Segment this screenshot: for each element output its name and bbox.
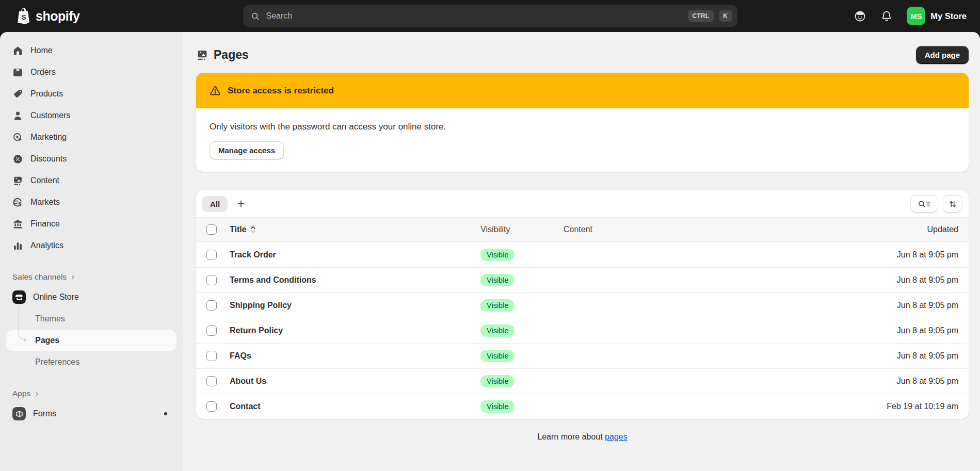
sidebar-item-label: Forms	[33, 409, 56, 418]
table-row[interactable]: Terms and Conditions Visible Jun 8 at 9:…	[196, 267, 969, 293]
bar-chart-icon	[12, 240, 23, 251]
orders-icon	[12, 67, 23, 78]
add-view-button[interactable]	[233, 196, 249, 212]
page-row-title[interactable]: Track Order	[230, 250, 480, 259]
page-row-updated: Jun 8 at 9:05 pm	[850, 326, 958, 335]
sales-channels-label: Sales channels	[12, 272, 67, 282]
sidebar: Home Orders Products Customers Marketing…	[0, 32, 183, 471]
column-header-visibility: Visibility	[480, 225, 564, 234]
sidebar-item-label: Discounts	[30, 154, 67, 164]
apps-label: Apps	[12, 389, 30, 398]
table-row[interactable]: About Us Visible Jun 8 at 9:05 pm	[196, 368, 969, 394]
visibility-badge: Visible	[480, 400, 515, 413]
sidebar-item-content[interactable]: Content	[6, 170, 176, 191]
store-avatar: MS	[907, 7, 925, 25]
sales-channels-header[interactable]: Sales channels	[6, 267, 176, 287]
sidebar-item-finance[interactable]: Finance	[6, 214, 176, 234]
globe-dollar-icon: $	[12, 197, 23, 208]
sidebar-item-themes[interactable]: Themes	[6, 308, 176, 329]
chevron-right-icon	[70, 274, 76, 281]
footer-pages-link[interactable]: pages	[605, 432, 628, 441]
row-checkbox[interactable]	[206, 351, 217, 361]
notifications-bell-button[interactable]	[880, 9, 893, 23]
page-row-title[interactable]: Return Policy	[230, 326, 480, 335]
bank-icon	[12, 219, 23, 230]
sidebar-item-forms[interactable]: Forms	[6, 403, 176, 424]
shopify-logo[interactable]: S shopify	[15, 7, 79, 25]
svg-text:$: $	[18, 201, 21, 207]
sidebar-item-label: Content	[30, 176, 59, 185]
sidebar-item-products[interactable]: Products	[6, 84, 176, 104]
page-row-title[interactable]: FAQs	[230, 351, 480, 361]
pages-icon	[196, 49, 208, 61]
chevron-right-icon	[34, 391, 40, 397]
sidebar-item-label: Finance	[30, 219, 60, 229]
sidebar-item-label: Home	[30, 46, 53, 55]
visibility-badge: Visible	[480, 324, 515, 337]
page-row-title[interactable]: Terms and Conditions	[230, 275, 480, 285]
manage-access-button[interactable]: Manage access	[210, 141, 284, 159]
table-row[interactable]: Return Policy Visible Jun 8 at 9:05 pm	[196, 318, 969, 343]
page-row-title[interactable]: About Us	[230, 377, 480, 386]
sidebar-item-customers[interactable]: Customers	[6, 105, 176, 126]
sidebar-item-marketing[interactable]: Marketing	[6, 127, 176, 148]
row-checkbox[interactable]	[206, 300, 217, 311]
online-store-icon	[12, 290, 26, 304]
kbd-ctrl: CTRL	[688, 10, 713, 22]
tag-icon	[12, 89, 23, 100]
sidebar-item-discounts[interactable]: Discounts	[6, 149, 176, 169]
visibility-badge: Visible	[480, 375, 515, 387]
sort-button[interactable]	[943, 195, 962, 213]
page-row-title[interactable]: Shipping Policy	[230, 301, 480, 310]
svg-text:S: S	[22, 13, 26, 21]
search-and-filter-button[interactable]	[910, 195, 938, 213]
store-access-banner: Store access is restricted Only visitors…	[196, 73, 969, 172]
tab-all[interactable]: All	[202, 196, 228, 212]
footer-text: Learn more about	[537, 432, 602, 441]
sidebar-item-label: Customers	[30, 111, 70, 120]
row-checkbox[interactable]	[206, 401, 217, 412]
visibility-badge: Visible	[480, 299, 515, 312]
global-search[interactable]: CTRL K	[243, 5, 737, 27]
table-row[interactable]: FAQs Visible Jun 8 at 9:05 pm	[196, 343, 969, 368]
apps-header[interactable]: Apps	[6, 384, 176, 403]
page-title: Pages	[196, 48, 249, 62]
add-page-button[interactable]: Add page	[916, 46, 969, 64]
row-checkbox[interactable]	[206, 376, 217, 386]
row-checkbox[interactable]	[206, 250, 217, 260]
sub-item-label: Themes	[35, 314, 65, 323]
page-row-updated: Jun 8 at 9:05 pm	[850, 301, 958, 310]
column-title-label: Title	[230, 225, 247, 234]
banner-header: Store access is restricted	[196, 73, 969, 108]
store-name: My Store	[930, 11, 967, 21]
search-input[interactable]	[265, 11, 683, 21]
page-row-title[interactable]: Contact	[230, 402, 480, 411]
visibility-badge: Visible	[480, 350, 515, 362]
sidebar-item-online-store[interactable]: Online Store	[6, 287, 176, 307]
sidekick-assistant-button[interactable]	[853, 9, 866, 23]
target-cursor-icon	[12, 132, 23, 143]
column-header-title[interactable]: Title	[230, 225, 480, 234]
forms-app-icon	[12, 407, 26, 420]
sidebar-item-label: Online Store	[33, 293, 79, 302]
sidebar-item-orders[interactable]: Orders	[6, 62, 176, 83]
discount-badge-icon	[12, 154, 23, 165]
select-all-checkbox[interactable]	[206, 224, 217, 235]
sidebar-item-preferences[interactable]: Preferences	[6, 352, 176, 372]
row-checkbox[interactable]	[206, 275, 217, 285]
sidebar-item-home[interactable]: Home	[6, 40, 176, 61]
table-row[interactable]: Contact Visible Feb 19 at 10:19 am	[196, 394, 969, 419]
column-header-updated: Updated	[850, 225, 958, 234]
sort-caret-icon	[250, 225, 256, 234]
table-row[interactable]: Track Order Visible Jun 8 at 9:05 pm	[196, 242, 969, 267]
online-store-subtree: Themes Pages Preferences	[6, 308, 176, 372]
table-row[interactable]: Shipping Policy Visible Jun 8 at 9:05 pm	[196, 293, 969, 318]
row-checkbox[interactable]	[206, 326, 217, 336]
sidebar-item-pages[interactable]: Pages	[6, 330, 176, 351]
store-menu[interactable]: MS My Store	[907, 7, 967, 25]
sidebar-item-analytics[interactable]: Analytics	[6, 235, 176, 256]
shopify-wordmark: shopify	[36, 9, 79, 24]
page-row-updated: Feb 19 at 10:19 am	[850, 402, 958, 411]
content-image-icon	[12, 175, 23, 186]
sidebar-item-markets[interactable]: $ Markets	[6, 192, 176, 213]
